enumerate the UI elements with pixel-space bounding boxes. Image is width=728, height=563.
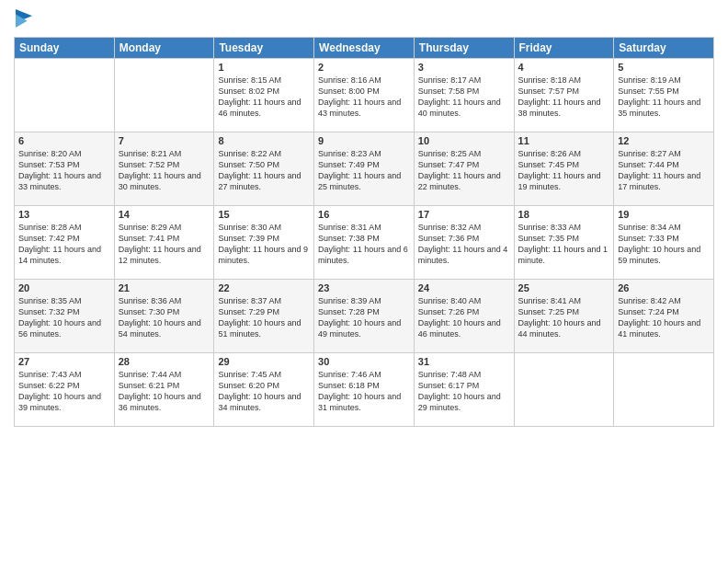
header-day: Saturday [614,38,714,59]
calendar-cell: 17Sunrise: 8:32 AM Sunset: 7:36 PM Dayli… [414,206,514,280]
calendar-cell: 19Sunrise: 8:34 AM Sunset: 7:33 PM Dayli… [614,206,714,280]
day-info: Sunrise: 7:46 AM Sunset: 6:18 PM Dayligh… [318,369,410,414]
calendar-cell: 8Sunrise: 8:22 AM Sunset: 7:50 PM Daylig… [214,132,314,206]
day-number: 17 [418,209,510,220]
calendar-cell: 7Sunrise: 8:21 AM Sunset: 7:52 PM Daylig… [114,132,214,206]
day-number: 13 [18,209,110,220]
calendar-cell: 27Sunrise: 7:43 AM Sunset: 6:22 PM Dayli… [15,353,115,427]
day-info: Sunrise: 8:21 AM Sunset: 7:52 PM Dayligh… [119,148,210,193]
day-info: Sunrise: 7:48 AM Sunset: 6:17 PM Dayligh… [418,369,510,414]
calendar-page: SundayMondayTuesdayWednesdayThursdayFrid… [0,0,728,563]
logo-icon [16,9,32,28]
day-number: 10 [418,135,510,146]
calendar-cell: 11Sunrise: 8:26 AM Sunset: 7:45 PM Dayli… [514,132,614,206]
calendar-cell [614,353,714,427]
day-number: 25 [518,282,610,293]
day-info: Sunrise: 8:35 AM Sunset: 7:32 PM Dayligh… [18,295,110,340]
calendar-week-row: 20Sunrise: 8:35 AM Sunset: 7:32 PM Dayli… [15,280,714,353]
calendar-cell: 5Sunrise: 8:19 AM Sunset: 7:55 PM Daylig… [614,59,714,132]
day-number: 2 [318,62,410,73]
day-info: Sunrise: 8:36 AM Sunset: 7:30 PM Dayligh… [119,295,210,340]
day-number: 20 [18,282,110,293]
calendar-cell: 29Sunrise: 7:45 AM Sunset: 6:20 PM Dayli… [214,353,314,427]
day-info: Sunrise: 8:37 AM Sunset: 7:29 PM Dayligh… [218,295,310,340]
day-number: 6 [18,135,110,146]
calendar-cell: 10Sunrise: 8:25 AM Sunset: 7:47 PM Dayli… [414,132,514,206]
calendar-cell: 24Sunrise: 8:40 AM Sunset: 7:26 PM Dayli… [414,280,514,353]
calendar-cell: 15Sunrise: 8:30 AM Sunset: 7:39 PM Dayli… [214,206,314,280]
calendar-cell [15,59,115,132]
calendar-cell: 9Sunrise: 8:23 AM Sunset: 7:49 PM Daylig… [314,132,415,206]
day-number: 1 [218,62,310,73]
calendar-week-row: 6Sunrise: 8:20 AM Sunset: 7:53 PM Daylig… [15,132,714,206]
calendar-cell: 6Sunrise: 8:20 AM Sunset: 7:53 PM Daylig… [15,132,115,206]
calendar-table: SundayMondayTuesdayWednesdayThursdayFrid… [14,37,714,427]
day-info: Sunrise: 8:42 AM Sunset: 7:24 PM Dayligh… [618,295,710,340]
day-number: 12 [618,135,710,146]
day-info: Sunrise: 7:43 AM Sunset: 6:22 PM Dayligh… [18,369,110,414]
day-info: Sunrise: 8:22 AM Sunset: 7:50 PM Dayligh… [218,148,310,193]
day-number: 16 [318,209,410,220]
day-number: 21 [119,282,210,293]
day-number: 7 [119,135,210,146]
header-day: Tuesday [214,38,314,59]
day-info: Sunrise: 8:26 AM Sunset: 7:45 PM Dayligh… [518,148,610,193]
day-info: Sunrise: 8:27 AM Sunset: 7:44 PM Dayligh… [618,148,710,193]
header-day: Thursday [414,38,514,59]
day-info: Sunrise: 7:45 AM Sunset: 6:20 PM Dayligh… [218,369,310,414]
calendar-cell: 2Sunrise: 8:16 AM Sunset: 8:00 PM Daylig… [314,59,415,132]
calendar-cell: 26Sunrise: 8:42 AM Sunset: 7:24 PM Dayli… [614,280,714,353]
day-number: 29 [218,356,310,367]
day-number: 5 [618,62,710,73]
calendar-cell: 18Sunrise: 8:33 AM Sunset: 7:35 PM Dayli… [514,206,614,280]
day-info: Sunrise: 8:28 AM Sunset: 7:42 PM Dayligh… [18,222,110,267]
calendar-cell: 21Sunrise: 8:36 AM Sunset: 7:30 PM Dayli… [114,280,214,353]
header-day: Monday [114,38,214,59]
day-number: 24 [418,282,510,293]
day-number: 31 [418,356,510,367]
day-number: 8 [218,135,310,146]
day-info: Sunrise: 8:29 AM Sunset: 7:41 PM Dayligh… [119,222,210,267]
day-info: Sunrise: 8:19 AM Sunset: 7:55 PM Dayligh… [618,75,710,120]
day-number: 3 [418,62,510,73]
calendar-cell: 23Sunrise: 8:39 AM Sunset: 7:28 PM Dayli… [314,280,415,353]
calendar-cell: 16Sunrise: 8:31 AM Sunset: 7:38 PM Dayli… [314,206,415,280]
calendar-week-row: 13Sunrise: 8:28 AM Sunset: 7:42 PM Dayli… [15,206,714,280]
day-info: Sunrise: 8:39 AM Sunset: 7:28 PM Dayligh… [318,295,410,340]
calendar-cell: 31Sunrise: 7:48 AM Sunset: 6:17 PM Dayli… [414,353,514,427]
day-info: Sunrise: 8:33 AM Sunset: 7:35 PM Dayligh… [518,222,610,267]
day-info: Sunrise: 8:32 AM Sunset: 7:36 PM Dayligh… [418,222,510,267]
day-number: 19 [618,209,710,220]
day-info: Sunrise: 8:18 AM Sunset: 7:57 PM Dayligh… [518,75,610,120]
day-info: Sunrise: 8:31 AM Sunset: 7:38 PM Dayligh… [318,222,410,267]
day-number: 22 [218,282,310,293]
header [14,9,714,31]
day-number: 26 [618,282,710,293]
calendar-cell: 13Sunrise: 8:28 AM Sunset: 7:42 PM Dayli… [15,206,115,280]
calendar-cell: 25Sunrise: 8:41 AM Sunset: 7:25 PM Dayli… [514,280,614,353]
day-number: 15 [218,209,310,220]
calendar-cell: 12Sunrise: 8:27 AM Sunset: 7:44 PM Dayli… [614,132,714,206]
day-number: 23 [318,282,410,293]
calendar-week-row: 1Sunrise: 8:15 AM Sunset: 8:02 PM Daylig… [15,59,714,132]
calendar-cell: 20Sunrise: 8:35 AM Sunset: 7:32 PM Dayli… [15,280,115,353]
day-number: 30 [318,356,410,367]
day-number: 18 [518,209,610,220]
day-info: Sunrise: 8:40 AM Sunset: 7:26 PM Dayligh… [418,295,510,340]
day-number: 28 [119,356,210,367]
day-number: 14 [119,209,210,220]
day-info: Sunrise: 8:15 AM Sunset: 8:02 PM Dayligh… [218,75,310,120]
day-number: 4 [518,62,610,73]
day-info: Sunrise: 8:16 AM Sunset: 8:00 PM Dayligh… [318,75,410,120]
day-number: 9 [318,135,410,146]
day-number: 11 [518,135,610,146]
calendar-cell: 14Sunrise: 8:29 AM Sunset: 7:41 PM Dayli… [114,206,214,280]
header-day: Wednesday [314,38,415,59]
calendar-cell [114,59,214,132]
calendar-cell: 3Sunrise: 8:17 AM Sunset: 7:58 PM Daylig… [414,59,514,132]
calendar-cell: 22Sunrise: 8:37 AM Sunset: 7:29 PM Dayli… [214,280,314,353]
day-number: 27 [18,356,110,367]
day-info: Sunrise: 8:20 AM Sunset: 7:53 PM Dayligh… [18,148,110,193]
calendar-week-row: 27Sunrise: 7:43 AM Sunset: 6:22 PM Dayli… [15,353,714,427]
day-info: Sunrise: 8:34 AM Sunset: 7:33 PM Dayligh… [618,222,710,267]
